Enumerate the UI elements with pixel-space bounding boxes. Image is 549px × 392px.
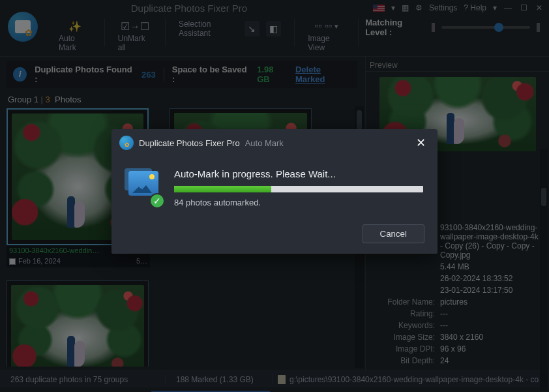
modal-heading: Auto-Mark in progress. Please Wait... [174,168,423,179]
cancel-button[interactable]: Cancel [363,224,425,243]
modal-subtitle: Auto Mark [245,138,284,148]
progress-bar [174,186,423,192]
automark-modal: Duplicate Photos Fixer Pro Auto Mark ✕ ✓… [111,129,438,254]
modal-logo-icon [119,136,134,150]
modal-close-button[interactable]: ✕ [412,134,430,151]
modal-title: Duplicate Photos Fixer Pro [139,138,240,148]
modal-overlay: Duplicate Photos Fixer Pro Auto Mark ✕ ✓… [0,0,549,392]
automark-icon: ✓ [126,171,162,205]
progress-text: 84 photos automarked. [174,198,423,207]
